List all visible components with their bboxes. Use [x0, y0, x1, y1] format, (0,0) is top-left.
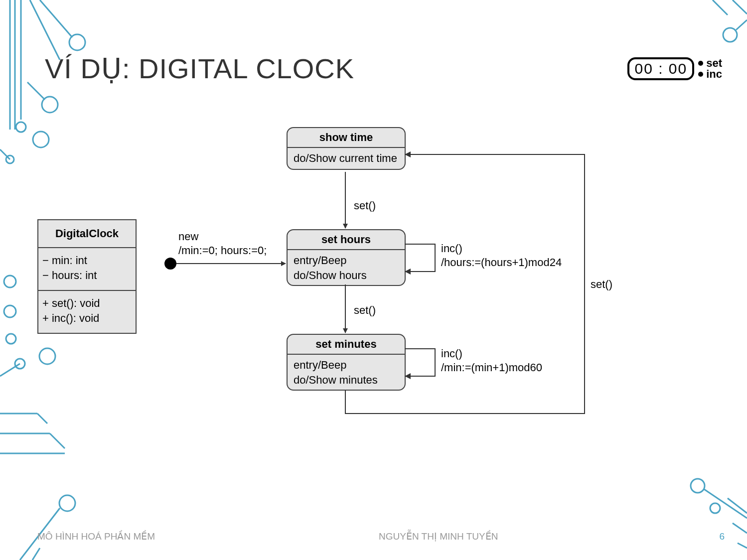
- uml-class-name: DigitalClock: [38, 220, 136, 248]
- svg-line-31: [704, 489, 747, 518]
- clock-set-button: set: [698, 58, 722, 69]
- state-set-minutes: set minutes entry/Beep do/Show minutes: [287, 334, 406, 391]
- svg-line-16: [0, 364, 20, 376]
- svg-line-4: [0, 149, 10, 159]
- clock-display: 00 : 00: [627, 57, 694, 80]
- svg-point-23: [59, 495, 75, 511]
- svg-line-25: [32, 548, 40, 560]
- svg-line-29: [733, 0, 747, 14]
- svg-point-12: [4, 276, 16, 287]
- svg-line-33: [728, 498, 747, 513]
- svg-point-11: [33, 132, 49, 147]
- state-show-time: show time do/Show current time: [287, 127, 406, 170]
- uml-attr-min: − min: int: [42, 253, 132, 268]
- state-set-hours: set hours entry/Beep do/Show hours: [287, 229, 406, 286]
- transition-s1-s2-label: set(): [354, 199, 376, 212]
- svg-point-5: [6, 155, 14, 163]
- uml-op-inc: + inc(): void: [42, 311, 132, 326]
- clock-inc-label: inc: [706, 69, 722, 80]
- state-do: do/Show minutes: [294, 373, 399, 388]
- svg-line-28: [713, 0, 728, 15]
- transition-init-label-1: new: [178, 230, 198, 243]
- transition-s2-s3-label: set(): [354, 304, 376, 317]
- svg-line-34: [733, 523, 747, 533]
- state-do: do/Show hours: [294, 268, 399, 283]
- uml-op-set: + set(): void: [42, 296, 132, 311]
- page-number: 6: [719, 531, 725, 542]
- footer-right: NGUYỄN THỊ MINH TUYỀN: [379, 531, 498, 542]
- slide-title: VÍ DỤ: DIGITAL CLOCK: [45, 52, 354, 85]
- transition-s2-self-label-2: /hours:=(hours+1)mod24: [441, 256, 562, 269]
- state-name: show time: [288, 128, 405, 148]
- clock-set-label: set: [706, 58, 722, 69]
- transition-s2-self-label-1: inc(): [441, 242, 462, 255]
- svg-line-27: [736, 20, 747, 30]
- svg-line-20: [37, 414, 47, 423]
- footer-left: MÔ HÌNH HOÁ PHẦN MỀM: [37, 531, 155, 542]
- svg-point-26: [723, 28, 737, 42]
- transition-init-label-2: /min:=0; hours:=0;: [178, 244, 267, 257]
- svg-line-35: [738, 543, 747, 548]
- svg-line-6: [30, 0, 60, 60]
- state-body: entry/Beep do/Show minutes: [288, 355, 405, 391]
- svg-line-8: [40, 0, 72, 37]
- svg-line-21: [50, 433, 65, 448]
- transition-s3-s1-label: set(): [591, 278, 612, 291]
- svg-point-7: [69, 34, 85, 50]
- initial-state-icon: [164, 258, 176, 270]
- svg-point-30: [691, 479, 705, 493]
- svg-point-9: [42, 97, 58, 113]
- transition-s3-self-label-2: /min:=(min+1)mod60: [441, 361, 542, 374]
- uml-attr-hours: − hours: int: [42, 268, 132, 283]
- uml-operations: + set(): void + inc(): void: [38, 291, 136, 333]
- svg-point-32: [710, 503, 720, 513]
- state-body: do/Show current time: [288, 148, 405, 169]
- state-body: entry/Beep do/Show hours: [288, 250, 405, 286]
- svg-point-13: [4, 305, 16, 317]
- state-name: set minutes: [288, 335, 405, 355]
- svg-point-22: [39, 348, 55, 364]
- state-entry: entry/Beep: [294, 253, 399, 268]
- svg-point-14: [6, 334, 16, 344]
- clock-inc-button: inc: [698, 69, 722, 80]
- state-name: set hours: [288, 230, 405, 250]
- uml-attributes: − min: int − hours: int: [38, 248, 136, 291]
- digital-clock-widget: 00 : 00 set inc: [627, 57, 722, 80]
- transition-s3-self-label-1: inc(): [441, 347, 462, 360]
- svg-point-15: [15, 359, 25, 369]
- uml-class-digitalclock: DigitalClock − min: int − hours: int + s…: [37, 219, 137, 334]
- svg-line-10: [27, 82, 45, 100]
- state-entry: entry/Beep: [294, 358, 399, 373]
- svg-point-3: [16, 122, 26, 132]
